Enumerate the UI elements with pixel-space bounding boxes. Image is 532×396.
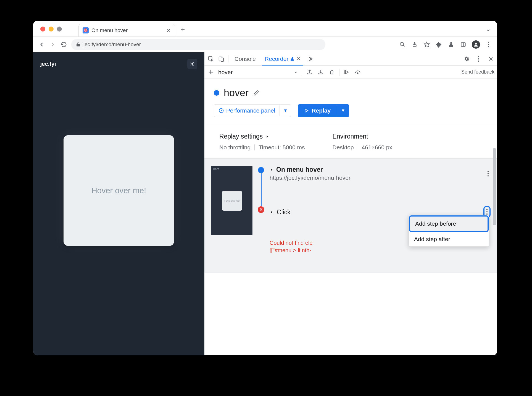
replay-dropdown[interactable]: ▼	[337, 105, 349, 116]
svg-point-9	[488, 44, 489, 45]
environment-values: Desktop 461×660 px	[333, 144, 392, 151]
device-icon[interactable]	[218, 55, 225, 62]
devtools-menu-icon[interactable]	[475, 55, 482, 62]
thumb-brand: jec.fyi	[213, 168, 219, 170]
devtools-panel: Console Recorder ✕ hover	[204, 52, 497, 355]
menu-add-step-after[interactable]: Add step after	[409, 232, 489, 246]
replay-main[interactable]: Replay	[298, 105, 337, 117]
site-brand: jec.fyi	[40, 61, 56, 67]
svg-line-17	[193, 65, 194, 66]
import-button[interactable]	[317, 69, 324, 76]
tab-recorder-label: Recorder	[265, 56, 288, 62]
export-button[interactable]	[306, 69, 313, 76]
recorder-body: hover Performance panel ▼	[204, 79, 497, 355]
tabs-dropdown-button[interactable]	[486, 28, 491, 33]
back-button[interactable]	[38, 41, 45, 48]
maximize-window-button[interactable]	[57, 27, 62, 32]
divider	[339, 69, 339, 76]
hover-card-text: Hover over me!	[91, 186, 146, 195]
recording-select[interactable]: hover	[218, 69, 298, 75]
tab-recorder[interactable]: Recorder ✕	[262, 52, 303, 65]
close-devtools-button[interactable]	[487, 55, 494, 62]
step-navigate-menu-button[interactable]	[486, 169, 491, 178]
replay-settings-col: Replay settings No throttling Timeout: 5…	[219, 133, 305, 151]
action-buttons: Performance panel ▼ Replay ▼	[204, 104, 497, 125]
toolbar-right	[399, 40, 492, 49]
svg-point-41	[486, 209, 488, 210]
hover-card[interactable]: Hover over me!	[64, 135, 174, 246]
replay-button: Replay ▼	[298, 104, 349, 117]
browser-window: 🎯 On menu hover ✕ ＋ jec.fyi/demo/menu-ho…	[33, 21, 497, 355]
recording-title: hover	[224, 87, 249, 99]
svg-point-42	[486, 211, 488, 212]
svg-point-39	[488, 175, 489, 176]
new-recording-button[interactable]	[207, 69, 214, 76]
step-navigate-header[interactable]: On menu hover	[270, 166, 486, 173]
step-click-title: Click	[277, 209, 291, 216]
recording-title-row: hover	[204, 79, 497, 104]
close-tab-button[interactable]: ✕	[166, 27, 171, 34]
lock-icon	[76, 42, 81, 47]
divider	[358, 144, 358, 150]
bookmark-icon[interactable]	[423, 41, 430, 48]
flask-icon	[290, 57, 294, 61]
favicon-icon: 🎯	[83, 27, 89, 33]
environment-title: Environment	[333, 133, 392, 140]
close-panel-button[interactable]: ✕	[297, 56, 301, 62]
delete-button[interactable]	[328, 69, 335, 76]
svg-point-11	[191, 63, 193, 65]
timeline-line	[261, 173, 262, 206]
reload-button[interactable]	[60, 41, 67, 48]
more-tabs-icon[interactable]	[307, 55, 314, 62]
svg-line-19	[193, 62, 194, 63]
browser-tab[interactable]: 🎯 On menu hover ✕	[78, 24, 175, 37]
step-navigate-url: https://jec.fyi/demo/menu-hover	[270, 174, 486, 181]
scrollbar-thumb[interactable]	[493, 148, 496, 225]
edit-title-button[interactable]	[253, 90, 260, 96]
play-icon	[304, 108, 309, 113]
extensions-icon[interactable]	[435, 41, 443, 48]
menu-add-step-before[interactable]: Add step before	[409, 215, 489, 232]
steps-area: jec.fyi Hover over me! ✕	[204, 159, 497, 273]
svg-marker-40	[271, 211, 273, 213]
address-bar[interactable]: jec.fyi/demo/menu-hover	[71, 39, 325, 50]
step-click-header[interactable]: Click	[270, 208, 483, 216]
sidepanel-icon[interactable]	[460, 41, 467, 48]
tab-strip: 🎯 On menu hover ✕ ＋	[33, 21, 497, 37]
svg-marker-36	[271, 168, 273, 171]
error-line-2: [["#menu > li:nth-	[270, 247, 311, 253]
minimize-window-button[interactable]	[49, 27, 54, 32]
theme-toggle-button[interactable]	[187, 59, 197, 69]
zoom-icon[interactable]	[399, 41, 406, 48]
timeline: ✕	[257, 166, 265, 213]
tab-console[interactable]: Console	[232, 52, 259, 65]
settings-icon[interactable]	[463, 55, 470, 62]
svg-point-37	[488, 171, 489, 172]
forward-button[interactable]	[49, 41, 56, 48]
inspect-icon[interactable]	[207, 55, 214, 62]
close-window-button[interactable]	[40, 27, 45, 32]
replay-settings-title[interactable]: Replay settings	[219, 133, 305, 140]
profile-avatar[interactable]	[472, 40, 480, 49]
step-play-button[interactable]	[343, 69, 351, 76]
menu-icon[interactable]	[485, 41, 492, 48]
new-tab-button[interactable]: ＋	[180, 25, 186, 34]
svg-rect-22	[221, 58, 223, 61]
replay-settings-label: Replay settings	[219, 133, 263, 140]
replay-label: Replay	[312, 107, 331, 114]
share-icon[interactable]	[411, 41, 418, 48]
performance-panel-main[interactable]: Performance panel	[214, 105, 280, 117]
svg-point-24	[478, 58, 479, 59]
rendered-page: jec.fyi Hover over me!	[33, 52, 204, 355]
timeout-value: Timeout: 5000 ms	[259, 144, 305, 151]
step-context-menu: Add step before Add step after	[409, 215, 489, 247]
send-feedback-link[interactable]: Send feedback	[461, 69, 494, 75]
svg-point-23	[478, 56, 479, 57]
settings-row: Replay settings No throttling Timeout: 5…	[204, 125, 497, 158]
divider	[302, 69, 302, 76]
tab-title: On menu hover	[91, 27, 128, 33]
performance-panel-dropdown[interactable]: ▼	[280, 105, 291, 116]
labs-icon[interactable]	[447, 41, 455, 48]
breakpoint-button[interactable]	[354, 69, 362, 76]
error-line-1: Could not find ele	[270, 240, 313, 246]
